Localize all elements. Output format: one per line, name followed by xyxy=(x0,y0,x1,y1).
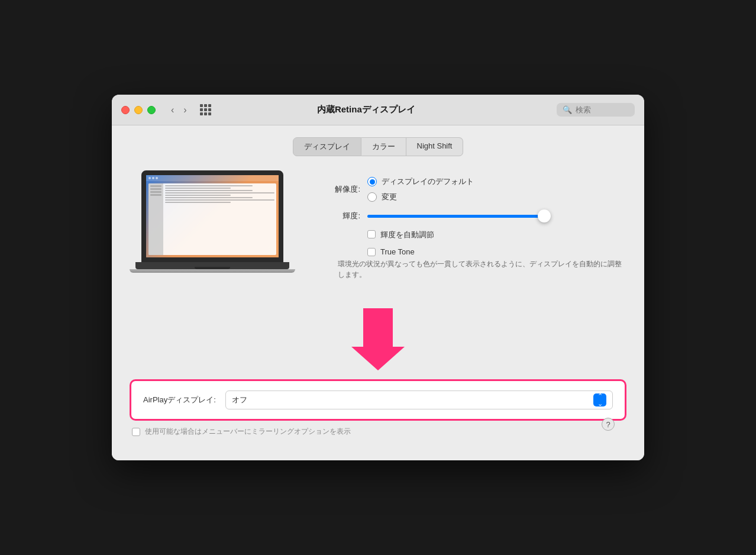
airplay-current-value: オフ xyxy=(232,395,247,405)
resolution-label: 解像度: xyxy=(325,184,360,195)
brightness-slider-thumb[interactable] xyxy=(538,209,551,222)
minimize-button[interactable] xyxy=(134,106,143,114)
laptop-preview xyxy=(130,170,301,273)
back-button[interactable]: ‹ xyxy=(167,104,177,117)
svg-marker-0 xyxy=(351,308,405,370)
true-tone-description: 環境光の状況が異なっても色が一貫して表示されるように、ディスプレイを自動的に調整… xyxy=(338,259,626,280)
true-tone-row: True Tone xyxy=(367,247,626,256)
laptop-stand xyxy=(130,269,295,273)
traffic-lights xyxy=(121,106,156,114)
laptop xyxy=(130,170,295,273)
close-button[interactable] xyxy=(121,106,130,114)
auto-brightness-checkbox[interactable] xyxy=(367,230,376,238)
grid-icon[interactable] xyxy=(200,104,211,115)
tab-color[interactable]: カラー xyxy=(361,137,406,156)
tab-display[interactable]: ディスプレイ xyxy=(293,137,361,156)
search-icon: 🔍 xyxy=(563,105,572,114)
search-box[interactable]: 🔍 xyxy=(557,103,635,117)
tab-bar: ディスプレイ カラー Night Shift xyxy=(130,137,626,156)
resolution-change-label: 変更 xyxy=(382,192,397,202)
system-preferences-window: ‹ › 内蔵Retinaディスプレイ 🔍 ディスプレイ カラー Night Sh… xyxy=(112,95,644,460)
radio-default[interactable] xyxy=(367,177,377,186)
resolution-default-option[interactable]: ディスプレイのデフォルト xyxy=(367,176,474,187)
mirror-label: 使用可能な場合はメニューバーにミラーリングオプションを表示 xyxy=(145,427,351,437)
screen-menubar xyxy=(146,175,279,181)
radio-change[interactable] xyxy=(367,192,377,202)
auto-brightness-row: 輝度を自動調節 xyxy=(367,230,626,240)
true-tone-checkbox[interactable] xyxy=(367,248,376,256)
arrow-annotation xyxy=(130,302,626,373)
auto-brightness-label: 輝度を自動調節 xyxy=(380,230,434,240)
airplay-select[interactable]: オフ ⌃⌄ xyxy=(225,391,613,409)
screen-main-content xyxy=(163,183,276,255)
airplay-label: AirPlayディスプレイ: xyxy=(143,395,216,405)
airplay-section: AirPlayディスプレイ: オフ ⌃⌄ xyxy=(130,379,626,421)
resolution-change-option[interactable]: 変更 xyxy=(367,192,474,202)
main-section: 解像度: ディスプレイのデフォルト 変更 輝度: xyxy=(130,170,626,285)
forward-button[interactable]: › xyxy=(180,104,190,117)
mirror-checkbox[interactable] xyxy=(132,428,140,436)
search-input[interactable] xyxy=(576,105,629,114)
nav-buttons: ‹ › xyxy=(167,104,190,117)
screen-sidebar xyxy=(148,183,163,255)
resolution-radio-group: ディスプレイのデフォルト 変更 xyxy=(367,176,474,202)
laptop-base xyxy=(135,262,289,269)
true-tone-label: True Tone xyxy=(380,247,415,256)
resolution-default-label: ディスプレイのデフォルト xyxy=(382,176,474,187)
brightness-row: 輝度: xyxy=(325,211,626,221)
titlebar: ‹ › 内蔵Retinaディスプレイ 🔍 xyxy=(112,95,644,125)
laptop-screen xyxy=(141,170,283,262)
help-button[interactable]: ? xyxy=(602,418,615,431)
settings-panel: 解像度: ディスプレイのデフォルト 変更 輝度: xyxy=(325,170,626,285)
fullscreen-button[interactable] xyxy=(147,106,156,114)
resolution-row: 解像度: ディスプレイのデフォルト 変更 xyxy=(325,176,626,202)
down-arrow-svg xyxy=(351,302,405,373)
screen-app xyxy=(148,183,276,255)
window-title: 内蔵Retinaディスプレイ xyxy=(218,104,514,115)
brightness-label: 輝度: xyxy=(325,211,360,221)
mirror-row: 使用可能な場合はメニューバーにミラーリングオプションを表示 xyxy=(130,427,626,437)
tab-nightshift[interactable]: Night Shift xyxy=(406,137,464,156)
bottom-section: AirPlayディスプレイ: オフ ⌃⌄ 使用可能な場合はメニューバーにミラーリ… xyxy=(130,379,626,443)
select-chevron-icon: ⌃⌄ xyxy=(593,393,606,406)
content-area: ディスプレイ カラー Night Shift xyxy=(112,125,644,460)
screen-content xyxy=(146,175,279,257)
brightness-slider[interactable] xyxy=(367,215,545,218)
